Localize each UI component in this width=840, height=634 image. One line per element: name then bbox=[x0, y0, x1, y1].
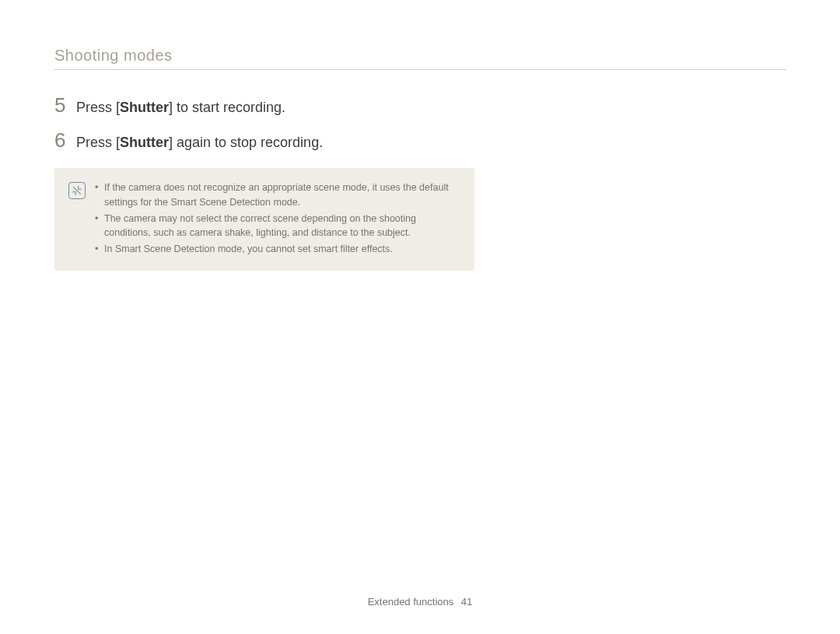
manual-page: Shooting modes 5 Press [Shutter] to star… bbox=[0, 0, 840, 634]
note-item: The camera may not select the correct sc… bbox=[95, 212, 460, 240]
step-text: Press [Shutter] again to stop recording. bbox=[76, 133, 323, 152]
step-text-bold: Shutter bbox=[120, 100, 169, 115]
note-box: If the camera does not recognize an appr… bbox=[54, 168, 474, 271]
note-item: If the camera does not recognize an appr… bbox=[95, 180, 460, 208]
step-number: 5 bbox=[54, 93, 76, 117]
step-text-suffix: ] to start recording. bbox=[169, 100, 285, 115]
step-text-bold: Shutter bbox=[120, 135, 169, 150]
step-text-prefix: Press [ bbox=[76, 135, 120, 150]
step-text: Press [Shutter] to start recording. bbox=[76, 98, 285, 117]
section-header: Shooting modes bbox=[54, 47, 786, 70]
step-text-prefix: Press [ bbox=[76, 100, 120, 115]
footer-label: Extended functions bbox=[368, 596, 454, 608]
step-5: 5 Press [Shutter] to start recording. bbox=[54, 93, 786, 117]
step-number: 6 bbox=[54, 128, 76, 152]
note-icon bbox=[68, 182, 86, 199]
page-footer: Extended functions 41 bbox=[0, 596, 840, 608]
step-6: 6 Press [Shutter] again to stop recordin… bbox=[54, 128, 786, 152]
note-list: If the camera does not recognize an appr… bbox=[95, 180, 460, 258]
footer-page-number: 41 bbox=[461, 596, 472, 608]
step-text-suffix: ] again to stop recording. bbox=[169, 135, 323, 150]
note-item: In Smart Scene Detection mode, you canno… bbox=[95, 242, 460, 256]
